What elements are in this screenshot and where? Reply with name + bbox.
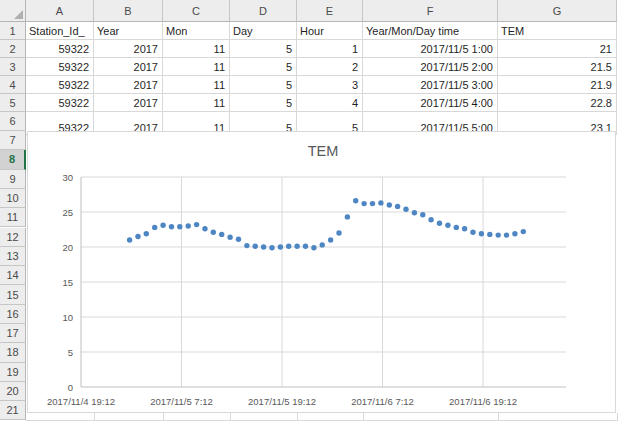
select-all-triangle-icon — [14, 10, 23, 19]
data-point — [412, 210, 417, 215]
cell[interactable]: 2017 — [94, 76, 163, 94]
chart-object[interactable]: 051015202530 2017/11/4 19:122017/11/5 7:… — [27, 131, 616, 413]
select-all-corner[interactable] — [0, 0, 26, 22]
cell-header-row[interactable]: Day — [230, 22, 297, 40]
column-header-C[interactable]: C — [163, 0, 230, 22]
column-header-B[interactable]: B — [94, 0, 163, 22]
y-tick-label: 15 — [62, 277, 73, 288]
cell[interactable]: 59322 — [26, 94, 94, 112]
cell[interactable]: 5 — [230, 94, 297, 112]
data-point — [152, 225, 157, 230]
column-header-E[interactable]: E — [297, 0, 363, 22]
data-point — [177, 224, 182, 229]
row-header-18[interactable]: 18 — [0, 343, 26, 362]
row-header-5[interactable]: 5 — [0, 94, 26, 112]
column-header-F[interactable]: F — [363, 0, 498, 22]
row-header-3[interactable]: 3 — [0, 58, 26, 76]
cell[interactable]: 11 — [163, 76, 230, 94]
data-point — [169, 224, 174, 229]
row-header-6[interactable]: 6 — [0, 112, 26, 131]
data-point — [420, 212, 425, 217]
data-point — [320, 242, 325, 247]
cell-header-row[interactable]: TEM — [498, 22, 617, 40]
cell[interactable]: 1 — [297, 40, 363, 58]
data-point — [479, 231, 484, 236]
row-header-10[interactable]: 10 — [0, 189, 26, 208]
row-header-20[interactable]: 20 — [0, 382, 26, 401]
tem-scatter-chart: 051015202530 2017/11/4 19:122017/11/5 7:… — [28, 132, 615, 412]
cell[interactable]: 11 — [163, 58, 230, 76]
y-tick-label: 0 — [68, 382, 73, 393]
cell[interactable]: 2017/11/5 3:00 — [363, 76, 498, 94]
y-tick-label: 20 — [62, 242, 73, 253]
cell[interactable]: 59322 — [26, 76, 94, 94]
cell-header-row[interactable]: Hour — [297, 22, 363, 40]
chart-title: TEM — [308, 143, 339, 159]
cell[interactable]: 21 — [498, 40, 617, 58]
data-point — [487, 232, 492, 237]
cell-gridline — [498, 413, 499, 420]
cell[interactable]: 5 — [230, 58, 297, 76]
cell[interactable]: 2 — [297, 58, 363, 76]
row-header-2[interactable]: 2 — [0, 40, 26, 58]
x-tick-label: 2017/11/6 7:12 — [351, 396, 414, 407]
row-header-8[interactable]: 8 — [0, 150, 26, 169]
data-point — [454, 225, 459, 230]
x-tick-label: 2017/11/4 19:12 — [47, 396, 115, 407]
row-header-16[interactable]: 16 — [0, 305, 26, 324]
row-header-14[interactable]: 14 — [0, 266, 26, 285]
row-header-1[interactable]: 1 — [0, 22, 26, 40]
cell[interactable]: 2017 — [94, 94, 163, 112]
cell-header-row[interactable]: Year/Mon/Day time — [363, 22, 498, 40]
data-point — [160, 223, 165, 228]
data-point — [236, 237, 241, 242]
data-point — [445, 223, 450, 228]
cell[interactable]: 5 — [230, 76, 297, 94]
cell[interactable]: 4 — [297, 94, 363, 112]
cell[interactable]: 2017/11/5 1:00 — [363, 40, 498, 58]
cell-gridline — [363, 413, 364, 420]
row-header-19[interactable]: 19 — [0, 363, 26, 382]
cell-header-row[interactable]: Station_Id_ — [26, 22, 94, 40]
cell[interactable]: 3 — [297, 76, 363, 94]
cell[interactable]: 2017/11/5 4:00 — [363, 94, 498, 112]
cell-header-row[interactable]: Year — [94, 22, 163, 40]
cell[interactable]: 21.5 — [498, 58, 617, 76]
cell[interactable]: 22.8 — [498, 94, 617, 112]
row-header-13[interactable]: 13 — [0, 247, 26, 266]
column-header-G[interactable]: G — [498, 0, 617, 22]
row-header-7[interactable]: 7 — [0, 131, 26, 150]
x-tick-label: 2017/11/5 19:12 — [248, 396, 316, 407]
cell[interactable]: 5 — [230, 40, 297, 58]
cell[interactable]: 21.9 — [498, 76, 617, 94]
row-header-12[interactable]: 12 — [0, 228, 26, 247]
row-header-11[interactable]: 11 — [0, 208, 26, 227]
x-tick-label: 2017/11/5 7:12 — [150, 396, 213, 407]
row-header-17[interactable]: 17 — [0, 324, 26, 343]
y-tick-label: 10 — [62, 312, 73, 323]
cell[interactable]: 59322 — [26, 40, 94, 58]
row-header-15[interactable]: 15 — [0, 285, 26, 304]
row-header-9[interactable]: 9 — [0, 170, 26, 189]
data-point — [227, 235, 232, 240]
cell-gridline — [230, 413, 231, 420]
cell[interactable]: 11 — [163, 94, 230, 112]
cell[interactable]: 11 — [163, 40, 230, 58]
cell[interactable]: 2017 — [94, 58, 163, 76]
cell[interactable]: 59322 — [26, 58, 94, 76]
cell-header-row[interactable]: Mon — [163, 22, 230, 40]
spreadsheet-window: ABCDEFG 12345678910111213141516171819202… — [0, 0, 618, 422]
chart-gridlines — [81, 177, 566, 387]
column-header-A[interactable]: A — [26, 0, 94, 22]
data-point — [244, 243, 249, 248]
row-header-4[interactable]: 4 — [0, 76, 26, 94]
cell-gridline — [26, 420, 618, 421]
row-header-21[interactable]: 21 — [0, 401, 26, 420]
data-point — [194, 222, 199, 227]
cell[interactable]: 2017/11/5 2:00 — [363, 58, 498, 76]
data-point — [202, 226, 207, 231]
x-axis-tick-labels: 2017/11/4 19:122017/11/5 7:122017/11/5 1… — [47, 396, 517, 407]
cell[interactable]: 2017 — [94, 40, 163, 58]
cell-gridline — [297, 413, 298, 420]
column-header-D[interactable]: D — [230, 0, 297, 22]
